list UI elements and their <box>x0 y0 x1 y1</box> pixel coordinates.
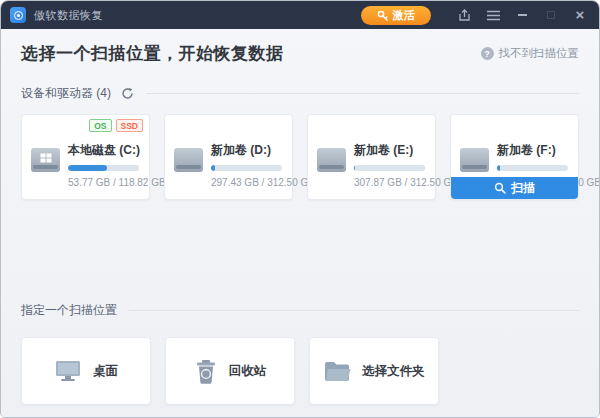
drive-size: 53.77 GB / 118.82 GB <box>68 177 139 188</box>
drive-size: 297.43 GB / 312.50 GB <box>211 177 282 188</box>
devices-section-label: 设备和驱动器 (4) <box>21 85 111 102</box>
scan-magnifier-icon <box>494 182 506 194</box>
drive-name: 新加卷 (E:) <box>354 142 425 159</box>
location-label: 桌面 <box>93 363 118 380</box>
main-content: 选择一个扫描位置，开始恢复数据 ? 找不到扫描位置 设备和驱动器 (4) OS … <box>1 29 599 417</box>
location-card-row: 桌面 回收站 <box>21 337 579 405</box>
cant-find-location-link[interactable]: ? 找不到扫描位置 <box>481 46 580 61</box>
capacity-bar <box>211 165 282 171</box>
drive-name: 新加卷 (D:) <box>211 142 282 159</box>
drive-name: 新加卷 (F:) <box>497 142 568 159</box>
locations-section-label: 指定一个扫描位置 <box>21 302 117 319</box>
maximize-icon[interactable] <box>544 8 558 22</box>
drive-icon <box>174 148 203 172</box>
location-label: 选择文件夹 <box>362 363 425 380</box>
divider <box>146 93 579 94</box>
os-badge: OS <box>89 119 111 132</box>
ssd-badge: SSD <box>116 119 143 132</box>
help-link-label: 找不到扫描位置 <box>499 46 580 61</box>
drive-size: 307.87 GB / 312.50 GB <box>354 177 425 188</box>
drive-card-row: OS SSD 本地磁盘 (C:) 53.77 GB / 118.82 <box>21 114 579 200</box>
capacity-bar <box>354 165 425 171</box>
drive-card-c[interactable]: OS SSD 本地磁盘 (C:) 53.77 GB / 118.82 <box>21 114 150 200</box>
menu-icon[interactable] <box>486 8 500 22</box>
key-icon <box>377 10 388 21</box>
page-title: 选择一个扫描位置，开始恢复数据 <box>21 42 284 65</box>
share-icon[interactable] <box>457 8 471 22</box>
devices-section-header: 设备和驱动器 (4) <box>21 85 579 102</box>
scan-button[interactable]: 扫描 <box>451 177 578 199</box>
drive-card-f[interactable]: 新加卷 (F:) 293.74 GB / 306.50 GB 扫描 <box>450 114 579 200</box>
app-window: 傲软数据恢复 激活 × 选择一个扫描位置，开始恢复数据 ? 找不到扫描 <box>0 0 600 418</box>
location-card-recycle-bin[interactable]: 回收站 <box>165 337 295 405</box>
titlebar: 傲软数据恢复 激活 × <box>1 1 599 29</box>
location-label: 回收站 <box>229 363 267 380</box>
drive-card-e[interactable]: 新加卷 (E:) 307.87 GB / 312.50 GB <box>307 114 436 200</box>
activate-label: 激活 <box>393 8 415 23</box>
app-title: 傲软数据恢复 <box>34 8 103 23</box>
refresh-icon[interactable] <box>121 87 134 100</box>
minimize-icon[interactable] <box>515 8 529 22</box>
drive-icon <box>317 148 346 172</box>
scan-button-label: 扫描 <box>511 180 535 197</box>
desktop-icon <box>54 359 82 383</box>
help-question-icon: ? <box>481 47 494 60</box>
capacity-bar <box>68 165 139 171</box>
app-logo-icon <box>10 7 26 23</box>
capacity-bar <box>497 165 568 171</box>
recycle-bin-icon <box>194 359 218 384</box>
divider <box>129 310 579 311</box>
folder-icon <box>323 360 351 383</box>
location-card-choose-folder[interactable]: 选择文件夹 <box>309 337 439 405</box>
close-icon[interactable]: × <box>573 8 587 22</box>
locations-section-header: 指定一个扫描位置 <box>21 302 579 319</box>
drive-card-d[interactable]: 新加卷 (D:) 297.43 GB / 312.50 GB <box>164 114 293 200</box>
system-drive-icon <box>31 148 60 172</box>
activate-button[interactable]: 激活 <box>361 6 431 25</box>
drive-icon <box>460 148 489 172</box>
drive-name: 本地磁盘 (C:) <box>68 142 139 159</box>
location-card-desktop[interactable]: 桌面 <box>21 337 151 405</box>
